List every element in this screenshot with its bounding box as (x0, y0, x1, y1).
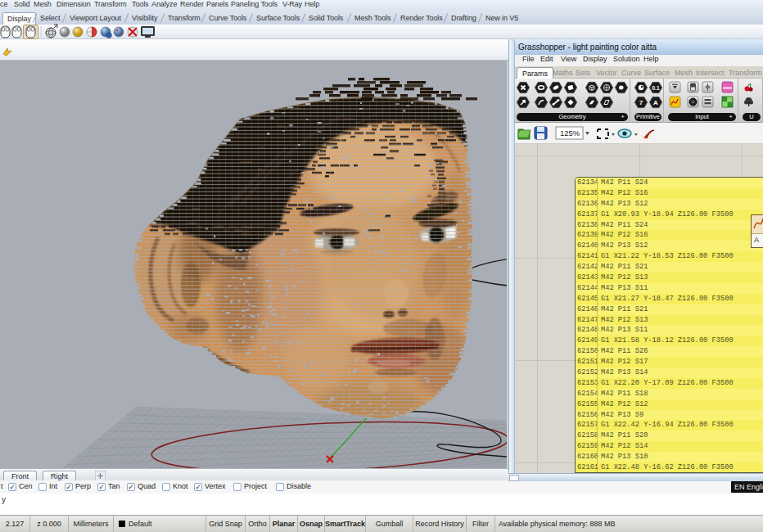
svg-text:125%: 125% (560, 128, 580, 138)
svg-text:7: 7 (639, 99, 643, 106)
svg-text:0.1: 0.1 (652, 85, 659, 91)
svg-text:A: A (653, 99, 658, 106)
